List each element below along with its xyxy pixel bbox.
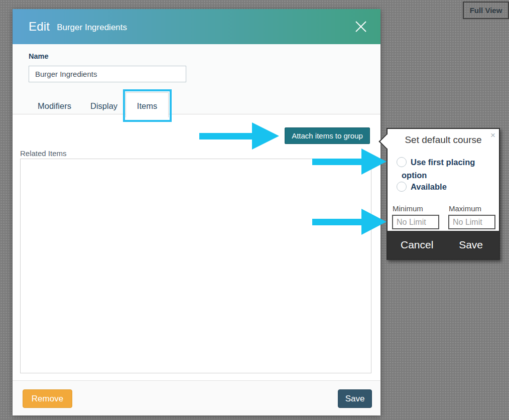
- tab-items[interactable]: Items: [125, 92, 169, 117]
- popover-title: Set default course: [388, 134, 499, 146]
- tab-display[interactable]: Display: [90, 101, 117, 111]
- page-backdrop: Full View Edit Burger Ingredients Name M…: [0, 0, 509, 420]
- popover-footer: Cancel Save: [388, 231, 499, 259]
- popover-close-icon[interactable]: ×: [490, 131, 495, 139]
- modal-save-button[interactable]: Save: [338, 389, 372, 408]
- close-icon[interactable]: [353, 19, 368, 34]
- attach-items-to-group-button[interactable]: Attach items to group: [285, 127, 370, 144]
- modal-title: Burger Ingredients: [57, 23, 127, 33]
- maximum-label: Maximum: [449, 204, 481, 213]
- radio-available[interactable]: [397, 182, 407, 192]
- related-items-list[interactable]: [20, 159, 371, 373]
- tab-modifiers[interactable]: Modifiers: [38, 101, 71, 111]
- radio-use-first-placing-option-label: Use first placing option: [402, 156, 486, 182]
- set-default-course-popover: Set default course × Use first placing o…: [387, 128, 500, 260]
- name-field-label: Name: [29, 52, 49, 60]
- modal-mode-label: Edit: [29, 20, 50, 34]
- remove-button[interactable]: Remove: [23, 389, 72, 408]
- full-view-button[interactable]: Full View: [463, 2, 509, 19]
- name-input[interactable]: [29, 66, 186, 82]
- minimum-input[interactable]: [392, 215, 439, 229]
- radio-available-label: Available: [411, 180, 447, 193]
- popover-cancel-button[interactable]: Cancel: [401, 239, 433, 251]
- modal-upper-section: Name Modifiers Display: [13, 44, 380, 114]
- edit-group-modal: Edit Burger Ingredients Name Modifiers D…: [13, 9, 380, 415]
- related-items-label: Related Items: [20, 149, 67, 158]
- modal-footer: Remove Save: [13, 380, 380, 415]
- maximum-input[interactable]: [448, 215, 495, 229]
- minimum-label: Minimum: [393, 204, 423, 213]
- modal-header: Edit Burger Ingredients: [13, 9, 380, 44]
- popover-save-button[interactable]: Save: [459, 239, 483, 251]
